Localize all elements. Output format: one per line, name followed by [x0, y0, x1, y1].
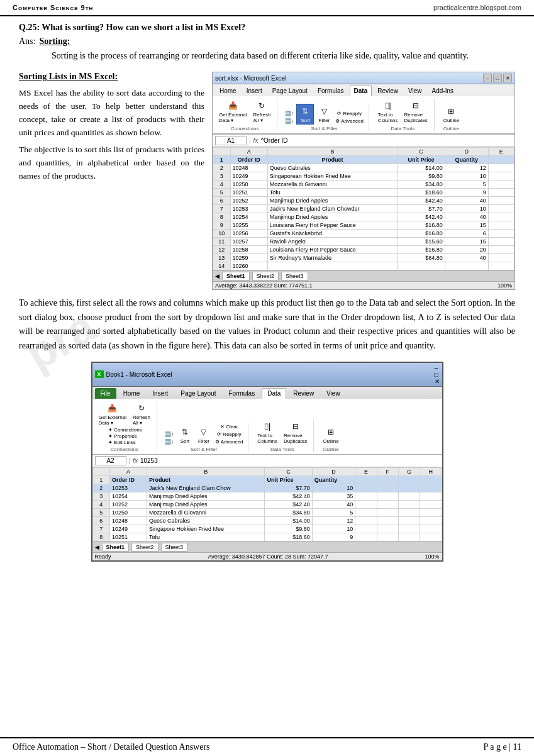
excel2-win-controls[interactable]: – □ ✕ — [435, 364, 440, 385]
tab-review[interactable]: Review — [373, 86, 403, 96]
e2-connections-buttons: 📥 Get ExternalData ▾ ↻ RefreshAll ▾ — [96, 401, 153, 427]
e2-tab-file[interactable]: File — [95, 388, 116, 399]
table-row: 710249Singapore Hokkien Fried Mee$9.8010 — [92, 525, 442, 533]
e2-connections-item1[interactable]: ✦ Connections — [108, 427, 142, 433]
e2-sort-filter-group: 🔤↑ 🔤↓ ⇅ Sort ▽ Filter ✕ Clear — [164, 423, 248, 452]
remove-dup-icon: ⊟ — [409, 99, 422, 112]
formula-divider-1: | — [249, 137, 251, 144]
e2-text-columns-btn[interactable]: ⌷| Text toColumns — [255, 419, 280, 445]
excel-screenshot-1[interactable]: sort.xlsx - Microsoft Excel – □ ✕ Home — [212, 72, 515, 290]
excel-screenshot-2[interactable]: X Book1 - Microsoft Excel – □ ✕ File Hom… — [91, 362, 443, 562]
table-row: 1310259Sir Rodney's Marmalade$64.8040 — [213, 254, 515, 262]
e2-tab-pagelayout[interactable]: Page Layout — [175, 388, 221, 399]
e2-sort-btn[interactable]: ⇅ Sort — [176, 425, 194, 445]
sheet1-tab[interactable]: Sheet1 — [222, 272, 250, 281]
e2-filter-btn[interactable]: ▽ Filter — [195, 425, 213, 445]
e2-connections-item3[interactable]: ✦ Edit Links — [108, 440, 142, 445]
e2-sheet3-tab[interactable]: Sheet3 — [161, 543, 188, 552]
close-btn[interactable]: ✕ — [503, 74, 512, 82]
sort-filter-buttons: 🔤↑ 🔤↓ ⇅ Sort ▽ — [284, 104, 364, 125]
refresh-label: RefreshAll ▾ — [253, 112, 270, 123]
e2-remove-dup-btn[interactable]: ⊟ RemoveDuplicates — [281, 419, 309, 445]
col-header-b: B — [267, 148, 397, 156]
sheet-nav-left[interactable]: ◀ — [215, 273, 220, 279]
tab-addins[interactable]: Add-Ins — [428, 86, 458, 96]
e2-sheet1-tab[interactable]: Sheet1 — [102, 543, 130, 552]
e2-tab-view[interactable]: View — [321, 388, 346, 399]
sheet2-tab[interactable]: Sheet2 — [252, 272, 279, 281]
tab-formulas[interactable]: Formulas — [313, 86, 348, 96]
e2-sort-za[interactable]: 🔤↓ — [164, 438, 175, 445]
connections-group: 📥 Get ExternalData ▾ ↻ RefreshAll ▾ — [216, 98, 277, 131]
filter-label: Filter — [319, 118, 330, 123]
e2-tab-formulas[interactable]: Formulas — [223, 388, 261, 399]
excel1-ribbon-tabs: Home Insert Page Layout Formulas Data Re… — [213, 84, 515, 96]
minimize-btn[interactable]: – — [483, 74, 492, 82]
outline-btn[interactable]: ⊞ Outline — [441, 104, 462, 125]
tab-home[interactable]: Home — [215, 86, 241, 96]
e2-tab-insert[interactable]: Insert — [147, 388, 174, 399]
e2-reapply-btn[interactable]: ⟳ Reapply — [214, 431, 244, 438]
e2-name-box[interactable] — [95, 456, 126, 465]
sort-az-btn[interactable]: 🔤↑ — [284, 110, 295, 117]
table-row: 1410260 — [213, 262, 515, 270]
statusbar-zoom: 100% — [498, 282, 512, 289]
e2-connections-label: Connections — [111, 447, 138, 452]
connections-buttons: 📥 Get ExternalData ▾ ↻ RefreshAll ▾ — [216, 98, 273, 125]
excel1-title: sort.xlsx - Microsoft Excel — [215, 75, 286, 82]
e2-sheet-nav[interactable]: ◀ — [95, 544, 99, 550]
table-row: 710253Jack's New England Clam Chowder$7.… — [213, 205, 515, 213]
e2-get-external-btn[interactable]: 📥 Get ExternalData ▾ — [96, 401, 129, 427]
e2-tab-data[interactable]: Data — [262, 388, 286, 399]
full-paragraph: To achieve this, first select all the ro… — [19, 296, 515, 353]
col-header-c: C — [398, 148, 445, 156]
e2-tab-home[interactable]: Home — [118, 388, 146, 399]
tab-page-layout[interactable]: Page Layout — [268, 86, 312, 96]
formula-content-1: ^Order ID — [260, 137, 512, 144]
excel1-win-controls[interactable]: – □ ✕ — [483, 74, 512, 82]
excel2-sheetbar: ◀ Sheet1 Sheet2 Sheet3 — [92, 542, 442, 552]
e2-tab-review[interactable]: Review — [287, 388, 320, 399]
excel1-window: sort.xlsx - Microsoft Excel – □ ✕ Home — [212, 72, 515, 290]
get-external-data-btn[interactable]: 📥 Get ExternalData ▾ — [216, 98, 249, 125]
excel1-titlebar: sort.xlsx - Microsoft Excel – □ ✕ — [213, 72, 515, 84]
e2-connections-item2[interactable]: ✦ Properties — [108, 433, 142, 439]
filter-btn[interactable]: ▽ Filter — [315, 104, 333, 125]
e2-advanced-btn[interactable]: ⚙ Advanced — [214, 438, 244, 445]
footer-bold-text: Office Automation — [13, 742, 79, 752]
filter-icon: ▽ — [318, 105, 330, 118]
e2-col-d: D — [312, 467, 355, 475]
refresh-all-btn[interactable]: ↻ RefreshAll ▾ — [250, 98, 273, 125]
connections-label: Connections — [231, 126, 259, 131]
excel2-close[interactable]: ✕ — [435, 378, 440, 385]
e2-outline-btn[interactable]: ⊞ Outline — [320, 425, 341, 445]
e2-sort-icon: ⇅ — [179, 426, 191, 438]
text-to-columns-btn[interactable]: ⌷| Text toColumns — [375, 98, 401, 125]
excel2-formula-bar: | fx 10253 — [92, 455, 442, 467]
excel2-restore[interactable]: □ — [435, 371, 440, 378]
answer-intro: Ans: Sorting: — [19, 36, 515, 47]
e2-outline-icon: ⊞ — [325, 426, 337, 438]
reapply-btn[interactable]: ⟳ Reapply — [334, 110, 364, 117]
sort-za-btn[interactable]: 🔤↓ — [284, 118, 295, 125]
fx-label-1: fx — [253, 137, 259, 144]
e2-formula-divider: | — [129, 457, 131, 464]
e2-refresh-btn[interactable]: ↻ RefreshAll ▾ — [130, 401, 153, 427]
e2-data-tools-buttons: ⌷| Text toColumns ⊟ RemoveDuplicates — [255, 419, 309, 445]
sort-filter-label: Sort & Filter — [311, 126, 338, 131]
excel1-statusbar: Average: 3443.338222 Sum: 774751.1 100% — [213, 281, 515, 289]
sort-btn[interactable]: ⇅ Sort — [296, 104, 314, 125]
advanced-btn[interactable]: ⚙ Advanced — [334, 118, 364, 125]
sheet3-tab[interactable]: Sheet3 — [281, 272, 308, 281]
e2-sort-az[interactable]: 🔤↑ — [164, 431, 175, 438]
tab-view[interactable]: View — [404, 86, 426, 96]
e2-sheet2-tab[interactable]: Sheet2 — [131, 543, 159, 552]
e2-clear-btn[interactable]: ✕ Clear — [214, 423, 244, 430]
restore-btn[interactable]: □ — [493, 74, 502, 82]
tab-insert[interactable]: Insert — [242, 86, 267, 96]
sorting-left: Sorting Lists in MS Excel: MS Excel has … — [19, 72, 204, 186]
name-box-1[interactable] — [215, 136, 247, 145]
excel2-minimize[interactable]: – — [435, 364, 440, 371]
remove-duplicates-btn[interactable]: ⊟ RemoveDuplicates — [401, 98, 430, 125]
tab-data[interactable]: Data — [350, 86, 372, 96]
